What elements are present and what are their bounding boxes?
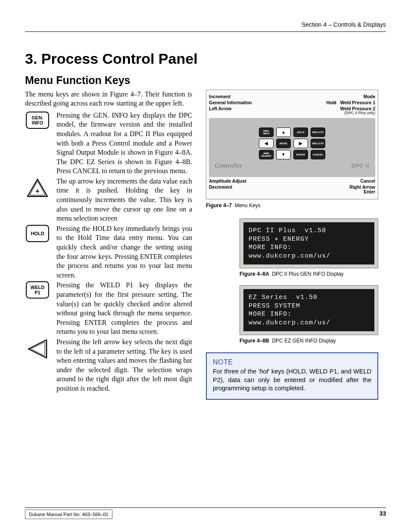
lcd-8a-text: DPC II Plus v1.50 PRESS + ENERGY MORE IN… [243, 222, 374, 264]
fig7-label-wp1: Weld Pressure 1 [340, 100, 375, 105]
fig7-label-geninfo: General Information [209, 100, 252, 105]
footer-part-no: Dukane Manual Part No. 403–566–01 [25, 510, 112, 519]
kp-amp-adjust: AMP. ADJUST [259, 150, 274, 159]
page-number: 33 [379, 510, 386, 519]
page-header: Section 4 – Controls & Displays [25, 21, 386, 32]
right-column: IncrementMode General InformationHold We… [206, 90, 378, 400]
gen-info-desc: Pressing the GEN. INFO key displays the … [56, 111, 192, 176]
kp-enter: ENTER [293, 150, 308, 159]
kp-cancel: CANCEL [311, 150, 325, 159]
key-row-hold: HOLD Pressing the HOLD key immediately b… [25, 224, 192, 280]
note-body-pre: For three of the ' [213, 368, 259, 375]
key-row-gen-info: GEN.INFO Pressing the GEN. INFO key disp… [25, 111, 192, 176]
weld-p1-desc: Pressing the WELD P1 key displays the pa… [56, 280, 192, 336]
weld-p1-key-icon: WELDP1 [26, 281, 49, 299]
fig7-label-wp2: Weld Pressure 2 [340, 106, 375, 111]
kp-right: ▶ [293, 139, 308, 148]
fig7-label-cancel: Cancel [361, 179, 375, 184]
fig7-label-mode: Mode [364, 94, 375, 99]
figure-4-8a-caption: Figure 4–8A DPC II Plus GEN INFO Display [240, 271, 378, 277]
kp-weld-p2: WELD P2 [311, 139, 325, 148]
note-body-em: hot [259, 368, 268, 375]
lcd-8b-text: EZ Series v1.50 PRESS SYSTEM MORE INFO: … [243, 289, 374, 331]
dpc-brand-text: DPC II [352, 162, 369, 169]
fig7-label-increment: Increment [209, 94, 230, 99]
hold-key-icon: HOLD [26, 225, 49, 242]
fig7-label-hold: Hold [326, 100, 336, 105]
key-row-left-arrow: Pressing the left arrow key selects the … [25, 337, 192, 393]
hold-desc: Pressing the HOLD key immediately brings… [56, 224, 192, 280]
up-arrow-key-icon: + [26, 177, 49, 199]
controller-brand-text: Controller [215, 162, 243, 170]
kp-mode: MODE [276, 139, 291, 148]
gen-info-key-icon: GEN.INFO [26, 112, 49, 129]
subsection-title: Menu Function Keys [25, 73, 386, 88]
keypad-graphic: GEN. INFO ▲ HOLD WELD P1 ◀ MODE ▶ WELD P… [209, 118, 375, 177]
svg-text:+: + [35, 187, 39, 195]
page-footer: Dukane Manual Part No. 403–566–01 33 [25, 507, 386, 519]
fig7-label-left-arrow: Left Arrow [209, 106, 231, 115]
figure-4-8b-display: EZ Series v1.50 PRESS SYSTEM MORE INFO: … [240, 285, 378, 335]
increment-desc: The up arrow key increments the data val… [56, 177, 192, 223]
figure-4-7-caption: Figure 4–7 Menu Keys [206, 202, 378, 209]
intro-paragraph: The menu keys are shown in Figure 4–7. T… [25, 90, 192, 108]
figure-4-8b-caption: Figure 4–8B DPC EZ GEN INFO Display [240, 337, 378, 344]
key-row-weld-p1: WELDP1 Pressing the WELD P1 key displays… [25, 280, 192, 336]
note-title: NOTE [213, 358, 371, 367]
note-box: NOTE For three of the 'hot' keys (HOLD, … [206, 352, 378, 400]
kp-hold: HOLD [293, 128, 308, 137]
fig7-label-amp-adjust: Amplitude Adjust [209, 179, 246, 184]
kp-down: ▼ [276, 150, 291, 159]
left-arrow-key-icon [26, 338, 49, 360]
kp-gen-info: GEN. INFO [259, 128, 274, 137]
key-row-increment: + The up arrow key increments the data v… [25, 177, 192, 223]
figure-4-7-panel: IncrementMode General InformationHold We… [206, 90, 378, 199]
left-arrow-desc: Pressing the left arrow key selects the … [56, 337, 192, 393]
kp-weld-p1: WELD P1 [311, 128, 325, 137]
fig7-label-wp2-sub: (DPC II Plus only) [340, 111, 375, 115]
kp-left: ◀ [259, 139, 274, 148]
left-column: The menu keys are shown in Figure 4–7. T… [25, 90, 192, 400]
section-title: 3. Process Control Panel [25, 49, 386, 69]
kp-up: ▲ [276, 128, 291, 137]
figure-4-8a-display: DPC II Plus v1.50 PRESS + ENERGY MORE IN… [240, 218, 378, 268]
fig7-label-decrement: Decrement [209, 185, 232, 194]
fig7-label-enter: Enter [364, 189, 375, 194]
